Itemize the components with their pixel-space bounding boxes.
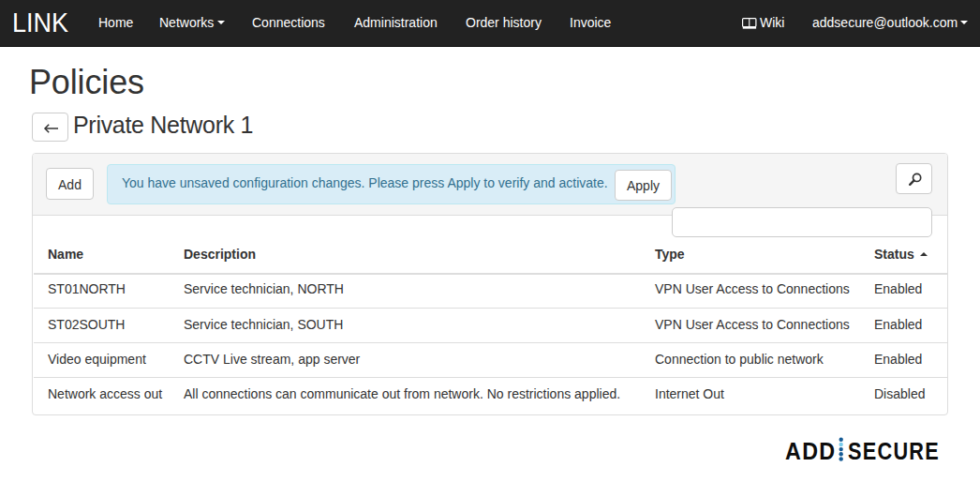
svg-text:SECURE: SECURE <box>848 437 940 465</box>
svg-text:ADD: ADD <box>785 437 837 465</box>
